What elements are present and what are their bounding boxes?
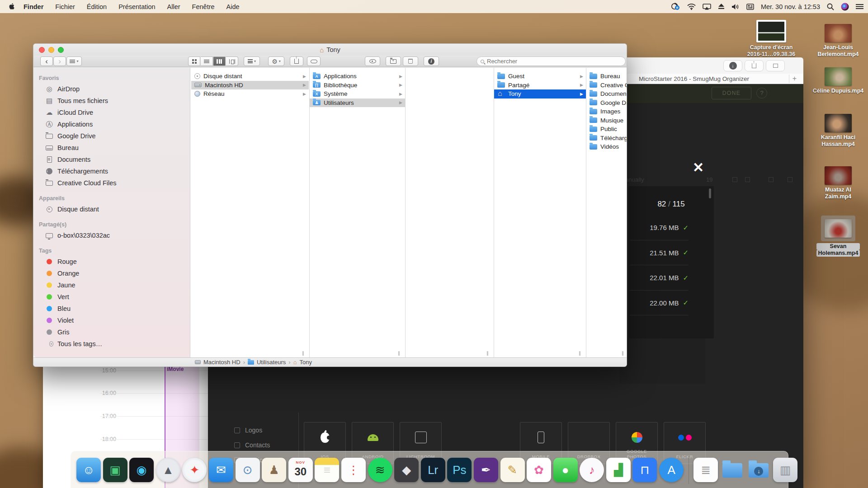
sidebar-item-airdrop[interactable]: ◎AirDrop (33, 83, 190, 95)
path-item-tony[interactable]: Tony (299, 359, 311, 366)
sidebar-item-documents[interactable]: Documents (33, 154, 190, 165)
sidebar-item-creative-cloud-files[interactable]: Creative Cloud Files (33, 177, 190, 189)
preview[interactable]: ⊙ (236, 458, 260, 482)
affinity[interactable]: ✒ (474, 458, 498, 482)
close-window-button[interactable] (39, 47, 45, 53)
path-item-macintosh-hd[interactable]: Macintosh HD (203, 359, 241, 366)
wifi-icon[interactable] (687, 4, 696, 10)
notes[interactable]: ≡ (315, 458, 339, 482)
launchpad[interactable]: ▲ (156, 458, 180, 482)
col4-videos[interactable]: Vidéos▶ (586, 142, 627, 151)
view-option-icon[interactable] (732, 177, 737, 182)
quick-look-button[interactable] (365, 56, 380, 66)
menu-presentation[interactable]: Présentation (118, 3, 155, 10)
column-divider[interactable] (309, 68, 310, 357)
column-resize-handle[interactable]: ∥ (622, 351, 624, 356)
folder-documents[interactable] (720, 458, 745, 482)
col1-reseau[interactable]: Réseau▶ (191, 89, 309, 99)
reminders[interactable]: ⋮ (341, 458, 366, 482)
desktop-icon-jean-louis-berlemont[interactable]: Jean-LouisBerlemont.mp4 (807, 24, 868, 58)
duplicate-button[interactable] (766, 60, 785, 71)
textedit[interactable]: ≣ (693, 458, 718, 482)
edit-tags-button[interactable] (307, 56, 321, 66)
col4-google-drive[interactable]: Google Drive▶ (586, 99, 627, 108)
view-as-columns-button[interactable] (213, 56, 226, 66)
zoom-window-button[interactable] (58, 47, 64, 53)
menu-fichier[interactable]: Fichier (55, 3, 75, 10)
photos[interactable]: ✿ (527, 458, 551, 482)
finder[interactable]: ☺ (76, 458, 101, 482)
calendar-event-imovie[interactable]: iMovie (167, 366, 184, 372)
green-media-app[interactable]: ▣ (103, 458, 127, 482)
sidebar-item-bureau[interactable]: Bureau (33, 142, 190, 154)
sidebar-item-google-drive[interactable]: Google Drive (33, 130, 190, 142)
view-as-icons-button[interactable] (188, 56, 200, 66)
sidebar-tag-orange[interactable]: Orange (33, 267, 190, 279)
view-as-list-button[interactable] (201, 56, 213, 66)
sidebar-tag-jaune[interactable]: Jaune (33, 279, 190, 291)
folder-downloads[interactable]: ↓ (746, 458, 771, 482)
sidebar-item-disque-distant[interactable]: Disque distant (33, 203, 190, 215)
col3-partage[interactable]: Partagé▶ (494, 81, 586, 90)
notification-list-icon[interactable] (856, 4, 863, 9)
column-resize-handle[interactable]: ∥ (302, 351, 304, 356)
safari[interactable]: ✦ (182, 458, 207, 482)
sidebar-item-icloud-drive[interactable]: ☁iCloud Drive (33, 107, 190, 118)
column-resize-handle[interactable]: ∥ (579, 351, 581, 356)
minimize-window-button[interactable] (48, 47, 54, 53)
sidebar-all-tags[interactable]: Tous les tags… (33, 338, 190, 350)
share-button[interactable] (290, 56, 303, 66)
menu-finder[interactable]: Finder (24, 3, 43, 10)
get-info-button[interactable]: i (424, 56, 439, 66)
share-button[interactable] (745, 60, 764, 71)
calendar[interactable]: NOV 30 (288, 458, 313, 482)
sidebar-tag-gris[interactable]: Gris (33, 326, 190, 338)
inkscape[interactable]: ◆ (394, 458, 419, 482)
desktop-icon-capture-ecran[interactable]: Capture d'écran2016-11…09.38.36 (740, 20, 803, 58)
col1-disque-distant[interactable]: Disque distant▶ (191, 72, 309, 81)
trash[interactable]: ▥ (773, 458, 797, 482)
col2-utilisateurs[interactable]: Utilisateurs▶ (310, 99, 405, 108)
download-button[interactable]: ↓ (723, 60, 742, 71)
column-divider[interactable] (405, 68, 406, 357)
new-tab-button[interactable]: + (789, 75, 800, 83)
sidebar-item-tous-mes-fichiers[interactable]: ▤Tous mes fichiers (33, 95, 190, 107)
menu-aide[interactable]: Aide (226, 3, 240, 10)
sidebar-tag-violet[interactable]: Violet (33, 314, 190, 326)
volume-icon[interactable] (731, 4, 740, 10)
item-arrangement-button[interactable]: ▾ (66, 56, 82, 66)
sidebar-item-obox[interactable]: o-box\0323\032ac (33, 230, 190, 241)
column-resize-handle[interactable]: ∥ (398, 351, 400, 356)
forward-button[interactable]: › (53, 56, 66, 66)
help-button[interactable]: ? (756, 88, 767, 99)
sidebar-item-telechargements[interactable]: ↓Téléchargements (33, 165, 190, 177)
spotlight-icon[interactable] (827, 3, 834, 10)
menu-fenetre[interactable]: Fenêtre (192, 3, 215, 10)
search-input[interactable] (486, 57, 576, 65)
col4-public[interactable]: Public▶ (586, 125, 627, 134)
back-button[interactable]: ‹ (40, 56, 53, 66)
queue-scrollbar[interactable] (709, 188, 711, 198)
apple-menu[interactable] (9, 3, 15, 10)
done-button[interactable]: DONE (712, 87, 751, 99)
search-field[interactable] (476, 56, 626, 66)
eject-icon[interactable] (718, 4, 725, 9)
siri[interactable]: ◉ (129, 458, 154, 482)
col3-guest[interactable]: Guest▶ (494, 72, 586, 81)
keynote[interactable]: ⊓ (632, 458, 657, 482)
desktop-icon-sevan-holemans[interactable]: SevanHolemans.mp4 (807, 216, 868, 257)
sidebar-tag-vert[interactable]: Vert (33, 291, 190, 303)
column-divider[interactable] (494, 68, 494, 357)
col4-telechargements[interactable]: Téléchargements▶ (586, 134, 627, 143)
finder-titlebar[interactable]: ⌂ Tony (33, 44, 627, 56)
siri-icon[interactable] (841, 3, 849, 11)
messages[interactable]: ● (553, 458, 578, 482)
desktop-icon-celine-dupuis[interactable]: Céline Dupuis.mp4 (807, 67, 868, 94)
col2-bibliotheque[interactable]: Bibliothèque▶ (310, 81, 405, 90)
desktop-icon-muataz-al-zaim[interactable]: Muataz AlZaim.mp4 (807, 166, 868, 200)
spotify[interactable]: ≋ (368, 458, 392, 482)
smug-sidebar-contacts[interactable]: Contacts (234, 441, 270, 449)
col4-bureau[interactable]: Bureau▶ (586, 72, 627, 81)
record-pause-icon[interactable] (670, 3, 680, 11)
close-icon[interactable]: ✕ (693, 160, 704, 175)
